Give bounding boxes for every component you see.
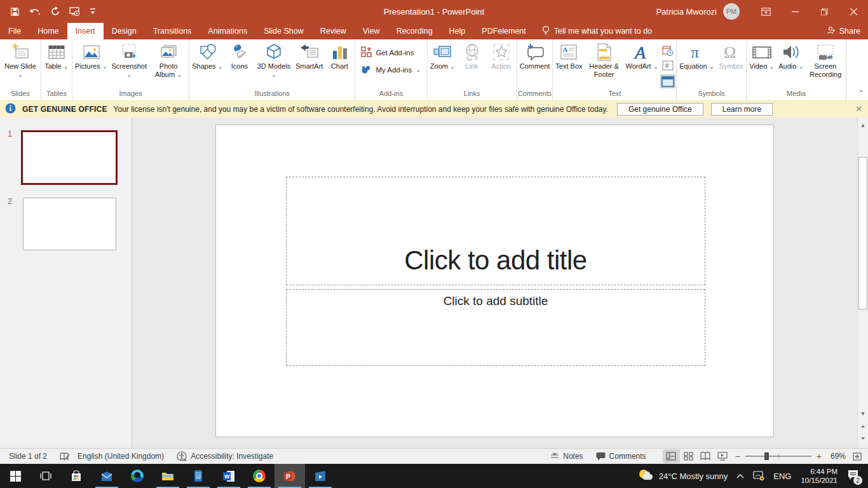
screenshot-button[interactable]: Screenshot ⌄ [109, 41, 149, 79]
my-add-ins-button[interactable]: My Add-ins ⌄ [361, 64, 421, 76]
language-indicator[interactable]: English (United Kingdom) [76, 449, 170, 464]
tab-transitions[interactable]: Transitions [145, 23, 200, 39]
tab-file[interactable]: File [0, 23, 29, 39]
next-slide-icon[interactable]: ⏷ [858, 433, 868, 444]
scroll-up-icon[interactable]: ▲ [858, 120, 868, 130]
start-button[interactable] [0, 464, 31, 488]
tab-help[interactable]: Help [441, 23, 474, 39]
table-icon [46, 42, 67, 62]
tab-home[interactable]: Home [29, 23, 67, 39]
microsoft-store-icon[interactable] [61, 464, 92, 488]
3d-models-button[interactable]: 3D Models ⌄ [254, 41, 294, 79]
chart-button[interactable]: Chart [325, 41, 354, 71]
zoom-in-icon[interactable]: + [817, 451, 822, 461]
get-genuine-office-button[interactable]: Get genuine Office [617, 103, 703, 116]
share-button[interactable]: Share [827, 23, 860, 39]
learn-more-button[interactable]: Learn more [711, 103, 773, 116]
task-view-button[interactable] [31, 464, 61, 488]
slide-2-thumbnail[interactable] [23, 198, 116, 250]
slide-number-button[interactable]: # [660, 59, 675, 73]
header-footer-button[interactable]: Header & Footer [585, 41, 624, 79]
banner-close-icon[interactable]: ✕ [855, 104, 862, 114]
ribbon-display-options-icon[interactable] [751, 0, 780, 23]
date-time-button[interactable] [660, 44, 675, 58]
spell-check-icon[interactable] [53, 449, 76, 464]
table-button[interactable]: Table ⌄ [42, 41, 71, 71]
tab-view[interactable]: View [355, 23, 388, 39]
action-center-icon[interactable]: 2 [843, 464, 868, 488]
scroll-down-icon[interactable]: ▼ [858, 409, 868, 419]
svg-text:A: A [634, 43, 646, 62]
file-explorer-icon[interactable] [153, 464, 183, 488]
zoom-track[interactable] [745, 456, 811, 457]
notes-button[interactable]: Notes [544, 449, 589, 464]
slide-1-thumbnail[interactable] [21, 130, 118, 185]
subtitle-placeholder[interactable]: Click to add subtitle [286, 289, 705, 366]
wordart-button[interactable]: A WordArt ⌄ [624, 41, 661, 71]
reading-view-button[interactable] [697, 449, 714, 463]
collapse-ribbon-icon[interactable]: ⌃ [858, 89, 864, 97]
close-button[interactable] [839, 0, 868, 23]
customize-qat-icon[interactable] [90, 8, 96, 15]
mail-app-icon[interactable] [92, 464, 122, 488]
fit-slide-to-window-button[interactable] [848, 449, 865, 463]
phone-app-icon[interactable] [183, 464, 214, 488]
new-slide-button[interactable]: New Slide ⌄ [1, 41, 40, 79]
powerpoint-app-icon[interactable]: P [275, 464, 305, 488]
slide-sorter-view-button[interactable] [680, 449, 697, 463]
equation-button[interactable]: π Equation ⌄ [677, 41, 716, 71]
word-app-icon[interactable]: W [214, 464, 244, 488]
icons-button[interactable]: Icons [225, 41, 254, 71]
insert-object-button[interactable] [660, 74, 675, 88]
tab-design[interactable]: Design [104, 23, 145, 39]
pictures-button[interactable]: Pictures ⌄ [73, 41, 109, 71]
tab-pdfelement[interactable]: PDFelement [473, 23, 534, 39]
system-tray-icon[interactable] [749, 464, 769, 488]
video-button[interactable]: Video ⌄ [747, 41, 776, 71]
movies-tv-app-icon[interactable] [305, 464, 336, 488]
scrollbar-thumb[interactable] [858, 157, 867, 309]
avatar[interactable]: PM [723, 3, 740, 20]
zoom-thumb[interactable] [764, 452, 769, 460]
tab-review[interactable]: Review [312, 23, 355, 39]
tab-slide-show[interactable]: Slide Show [255, 23, 312, 39]
accessibility-status[interactable]: Accessibility: Investigate [170, 449, 280, 464]
clock[interactable]: 6:44 PM 10/15/2021 [796, 467, 843, 485]
minimize-button[interactable] [780, 0, 810, 23]
chart-icon [329, 42, 350, 62]
redo-icon[interactable] [50, 6, 60, 17]
tab-recording[interactable]: Recording [388, 23, 441, 39]
smartart-button[interactable]: SmartArt [294, 41, 325, 71]
start-from-beginning-icon[interactable] [69, 6, 81, 17]
get-add-ins-button[interactable]: Get Add-ins [361, 46, 421, 58]
tab-animations[interactable]: Animations [200, 23, 255, 39]
normal-view-button[interactable] [663, 449, 680, 463]
slide-indicator[interactable]: Slide 1 of 2 [0, 449, 53, 464]
text-box-button[interactable]: A Text Box [553, 41, 584, 71]
weather-widget[interactable]: 24°C Mostly sunny [634, 464, 733, 488]
shapes-button[interactable]: Shapes ⌄ [190, 41, 225, 71]
comments-button[interactable]: Comments [590, 449, 653, 464]
screen-recording-button[interactable]: Screen Recording [806, 41, 845, 79]
save-icon[interactable] [10, 7, 20, 17]
slide-show-button[interactable] [714, 449, 731, 463]
zoom-level[interactable]: 69% [825, 452, 846, 461]
photo-album-button[interactable]: Photo Album ⌄ [149, 41, 188, 79]
undo-icon[interactable] [29, 7, 41, 17]
vertical-scrollbar[interactable]: ▲ ▼ ⏶ ⏷ [857, 118, 868, 448]
restore-button[interactable] [810, 0, 839, 23]
tab-insert[interactable]: Insert [67, 23, 104, 39]
show-hidden-icons-chevron[interactable] [732, 464, 749, 488]
slide-canvas[interactable]: Click to add title Click to add subtitle [215, 125, 774, 437]
title-placeholder[interactable]: Click to add title [286, 177, 705, 285]
zoom-out-icon[interactable]: − [735, 451, 740, 461]
tell-me-box[interactable]: Tell me what you want to do [534, 23, 660, 39]
previous-slide-icon[interactable]: ⏶ [858, 421, 868, 431]
chrome-browser-icon[interactable] [244, 464, 275, 488]
language-switcher[interactable]: ENG [769, 464, 796, 488]
zoom-button[interactable]: Zoom ⌄ [428, 41, 458, 71]
signed-in-user[interactable]: Patricia Mworozi [656, 7, 717, 17]
audio-button[interactable]: Audio ⌄ [776, 41, 806, 71]
comment-button[interactable]: Comment [518, 41, 552, 71]
edge-browser-icon[interactable] [122, 464, 153, 488]
